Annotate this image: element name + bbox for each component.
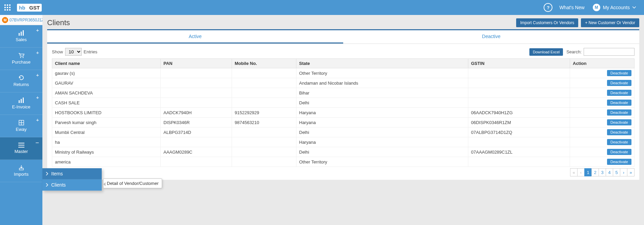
submenu-item-clients[interactable]: Clients <box>42 179 102 191</box>
cell-action: Deactivate <box>570 98 635 108</box>
table-row[interactable]: GAURAVAndaman and Nicobar IslandsDeactiv… <box>52 78 635 88</box>
table-row[interactable]: CASH SALEDelhiDeactivate <box>52 98 635 108</box>
table-row[interactable]: HOSTBOOKS LIMITEDAADCK7940H9152292929Har… <box>52 108 635 118</box>
col-mobile[interactable]: Mobile No. <box>232 59 296 68</box>
cell-pan <box>161 68 232 78</box>
deactivate-button[interactable]: Deactivate <box>607 119 631 125</box>
refresh-icon <box>18 75 24 81</box>
sidebar-item-einvoice[interactable]: + E-Invoice <box>0 92 42 115</box>
cell-mobile <box>232 147 296 157</box>
tab-deactive[interactable]: Deactive <box>343 30 639 44</box>
cell-state: Other Territory <box>296 157 468 167</box>
pager-last[interactable]: » <box>627 168 635 176</box>
whats-new-link[interactable]: What's New <box>559 5 584 10</box>
pager-next[interactable]: › <box>620 168 627 176</box>
search-label: Search: <box>566 49 582 54</box>
svg-rect-11 <box>23 30 24 36</box>
plus-icon[interactable]: + <box>36 27 39 33</box>
svg-rect-7 <box>7 9 8 11</box>
download-excel-button[interactable]: Download Excel <box>529 48 563 56</box>
plus-icon[interactable]: + <box>36 50 39 55</box>
entries-label: Entries <box>84 49 97 54</box>
pager-prev[interactable]: ‹ <box>577 168 585 176</box>
sidebar-item-sales[interactable]: + Sales <box>0 25 42 48</box>
table-row[interactable]: Ministry of RailwaysAAAGM0289CDelhi07AAA… <box>52 147 635 157</box>
plus-icon[interactable]: + <box>36 117 39 123</box>
cell-action: Deactivate <box>570 88 635 98</box>
col-client-name[interactable]: Client name <box>52 59 161 68</box>
pager-page[interactable]: 2 <box>591 168 599 176</box>
logo[interactable]: hb GST <box>17 4 42 12</box>
account-label: My Accounts <box>603 5 630 10</box>
cell-pan: AAAGM0289C <box>161 147 232 157</box>
tab-active[interactable]: Active <box>47 30 343 44</box>
sidebar-item-returns[interactable]: + Returns <box>0 70 42 92</box>
sidebar-item-label: Imports <box>14 172 28 177</box>
tooltip: Detail of Vendor/Customer <box>103 178 162 188</box>
col-gstin[interactable]: GSTIN <box>468 59 570 68</box>
submenu-item-items[interactable]: Items <box>42 168 102 179</box>
chevron-right-icon <box>46 172 48 175</box>
logo-gst: GST <box>27 4 42 12</box>
cell-action: Deactivate <box>570 157 635 167</box>
cell-gstin: 06DISPK0346R1ZM <box>468 118 570 127</box>
sidebar-item-label: Eway <box>16 127 27 132</box>
cell-state: Haryana <box>296 137 468 147</box>
svg-rect-23 <box>19 168 23 170</box>
svg-rect-14 <box>19 100 20 103</box>
cell-gstin: 06AADCK7940H1ZG <box>468 108 570 118</box>
col-state[interactable]: State <box>296 59 468 68</box>
page-size-select[interactable]: 10 <box>65 48 82 56</box>
deactivate-button[interactable]: Deactivate <box>607 139 631 145</box>
cell-state: Delhi <box>296 147 468 157</box>
cell-client-name: HOSTBOOKS LIMITED <box>52 108 161 118</box>
col-pan[interactable]: PAN <box>161 59 232 68</box>
apps-grid-icon[interactable] <box>0 0 15 15</box>
cell-client-name: Mumbii Central <box>52 127 161 137</box>
plus-icon[interactable]: + <box>36 94 39 100</box>
sidebar: + Sales + Purchase + Returns + E-Invoice… <box>0 25 42 225</box>
pager-page[interactable]: 1 <box>584 168 592 176</box>
cell-action: Deactivate <box>570 147 635 157</box>
deactivate-button[interactable]: Deactivate <box>607 109 631 116</box>
deactivate-button[interactable]: Deactivate <box>607 80 631 86</box>
table-row[interactable]: AMAN SACHDEVABiharDeactivate <box>52 88 635 98</box>
cell-gstin: 07ALBPG3714D1ZQ <box>468 127 570 137</box>
pager-page[interactable]: 3 <box>599 168 606 176</box>
svg-rect-5 <box>9 7 11 8</box>
account-menu[interactable]: M My Accounts <box>593 4 636 11</box>
cell-state: Haryana <box>296 108 468 118</box>
deactivate-button[interactable]: Deactivate <box>607 90 631 96</box>
table-row[interactable]: Parvesh kumar singhDISPK0346R9874563210H… <box>52 118 635 127</box>
table-row[interactable]: americaOther TerritoryDeactivate <box>52 157 635 167</box>
table-row[interactable]: gaurav (s)Other TerritoryDeactivate <box>52 68 635 78</box>
table-row[interactable]: Mumbii CentralALBPG3714DDelhi07ALBPG3714… <box>52 127 635 137</box>
pager-page[interactable]: 4 <box>606 168 613 176</box>
cell-pan <box>161 157 232 167</box>
pager-page[interactable]: 5 <box>613 168 620 176</box>
cell-gstin: 07AAAGM0289C1ZL <box>468 147 570 157</box>
org-id[interactable]: 07BVRPR3650J1ZY <box>9 18 46 22</box>
import-customers-button[interactable]: Import Customers Or Vendors <box>516 18 578 27</box>
deactivate-button[interactable]: Deactivate <box>607 129 631 135</box>
bar-chart-icon <box>18 98 25 103</box>
sidebar-item-imports[interactable]: Imports <box>0 160 42 182</box>
svg-rect-0 <box>4 4 6 6</box>
sidebar-item-master[interactable]: − Master <box>0 137 42 160</box>
import-icon <box>19 165 24 170</box>
sidebar-item-purchase[interactable]: + Purchase <box>0 48 42 70</box>
cell-gstin <box>468 68 570 78</box>
sidebar-item-eway[interactable]: + Eway <box>0 115 42 137</box>
plus-icon[interactable]: + <box>36 72 39 78</box>
chevron-right-icon <box>46 183 48 187</box>
deactivate-button[interactable]: Deactivate <box>607 159 631 165</box>
deactivate-button[interactable]: Deactivate <box>607 70 631 76</box>
new-customer-button[interactable]: + New Customer Or Vendor <box>581 18 639 27</box>
minus-icon[interactable]: − <box>35 139 39 146</box>
table-row[interactable]: haHaryanaDeactivate <box>52 137 635 147</box>
help-icon[interactable]: ? <box>544 3 552 12</box>
deactivate-button[interactable]: Deactivate <box>607 149 631 155</box>
pager-first[interactable]: « <box>570 168 578 176</box>
deactivate-button[interactable]: Deactivate <box>607 100 631 106</box>
search-input[interactable] <box>584 48 635 56</box>
